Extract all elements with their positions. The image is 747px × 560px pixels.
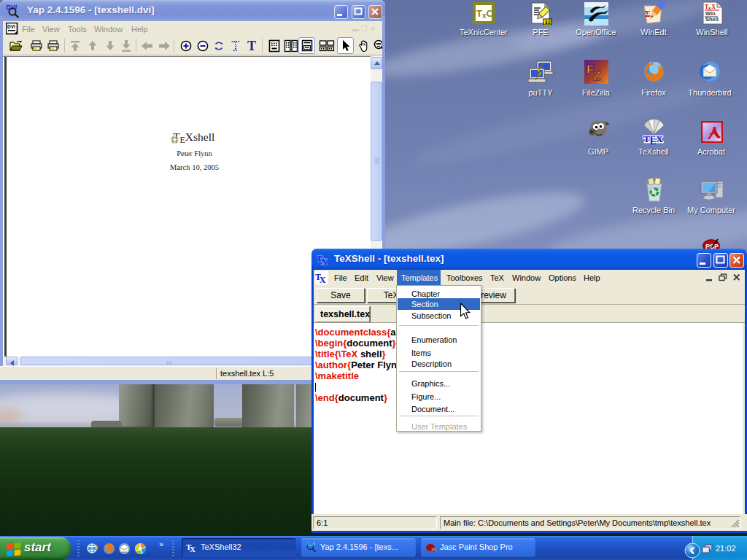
svg-text:X: X (321, 256, 328, 266)
svg-text:TEX: TEX (643, 133, 663, 145)
svg-text:DVI: DVI (307, 542, 315, 547)
svg-text:X: X (320, 275, 326, 284)
svg-text:Z: Z (593, 69, 600, 83)
svg-text:T: T (247, 39, 256, 53)
svg-text:X: X (190, 545, 196, 553)
svg-text:32: 32 (545, 19, 551, 25)
svg-text:Σ: Σ (645, 9, 651, 19)
svg-text:DVI: DVI (7, 24, 15, 29)
